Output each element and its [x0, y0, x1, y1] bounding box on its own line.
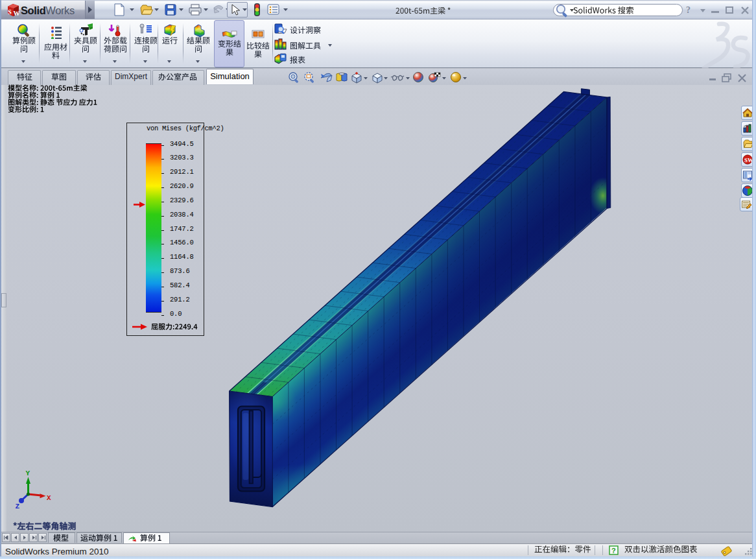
svg-text:X: X	[47, 494, 51, 502]
svg-text:Z: Z	[16, 503, 20, 510]
svg-text:?: ?	[611, 547, 616, 554]
svg-text:Y: Y	[26, 470, 30, 477]
